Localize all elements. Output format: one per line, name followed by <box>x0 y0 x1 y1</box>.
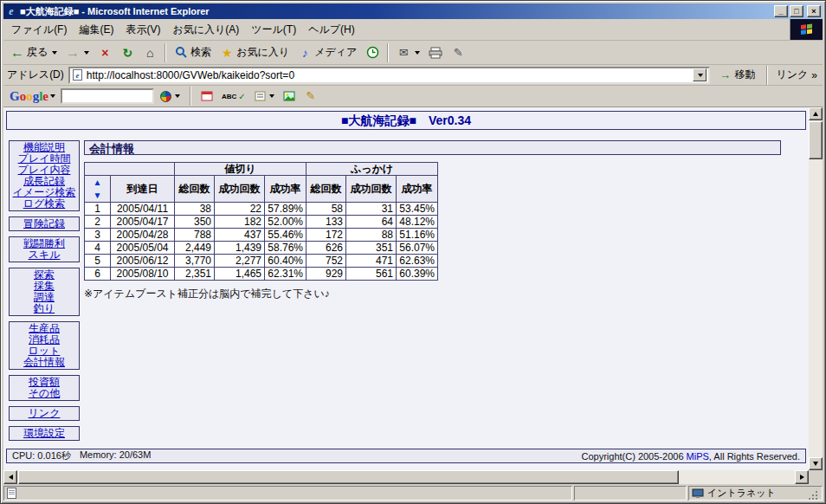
vertical-scroll-track[interactable] <box>809 120 823 457</box>
horizontal-scroll-track[interactable] <box>17 470 795 484</box>
sidebar-link[interactable]: スキル <box>10 249 79 261</box>
address-input[interactable]: e http://localhost:8000/GVWeb/kaikeido?s… <box>68 67 711 84</box>
edit-icon: ✎ <box>451 46 465 60</box>
cell-overcharge-rate: 48.12% <box>397 216 438 229</box>
cell-overcharge-rate: 60.39% <box>397 268 438 281</box>
table-row: 1 2005/04/11 38 22 57.89% 58 31 53.45% <box>85 203 438 216</box>
google-ball-icon <box>160 91 171 102</box>
forward-button[interactable]: → <box>61 43 94 62</box>
address-dropdown-icon <box>698 74 703 77</box>
sort-header-cell: ▲ ▼ <box>85 176 111 203</box>
history-button[interactable] <box>361 43 384 62</box>
mail-button[interactable]: ✉ <box>392 43 424 62</box>
toolbar-separator <box>766 66 768 85</box>
back-button[interactable]: ← 戻る <box>6 42 61 62</box>
sidebar-link[interactable]: ログ検索 <box>10 198 79 210</box>
sort-desc-link[interactable]: ▼ <box>94 191 102 200</box>
popup-blocker-button[interactable] <box>198 89 216 103</box>
scroll-left-button[interactable] <box>3 470 17 484</box>
close-button[interactable]: × <box>807 5 821 17</box>
menu-view[interactable]: 表示(V) <box>119 20 166 40</box>
autofill-dropdown-icon <box>269 94 274 98</box>
google-logo[interactable]: G o o g l e <box>8 89 57 104</box>
highlighter-button[interactable]: ✎ <box>301 87 320 105</box>
group-header-haggle: 値切り <box>175 163 307 176</box>
total-header-cell: 総回数 <box>307 176 346 203</box>
search-button[interactable]: 検索 <box>170 42 216 62</box>
sort-asc-link[interactable]: ▲ <box>94 178 102 187</box>
sidebar-link[interactable]: リンク <box>10 408 79 419</box>
page-favicon-icon: e <box>72 69 83 81</box>
cell-row-no: 6 <box>85 268 111 281</box>
links-toolbar[interactable]: リンク » <box>776 68 819 82</box>
windows-flag-glyph <box>800 23 814 36</box>
horizontal-scrollbar[interactable] <box>3 470 809 484</box>
minimize-button[interactable]: _ <box>774 5 788 17</box>
scroll-right-button[interactable] <box>795 470 809 484</box>
stop-button[interactable]: × <box>94 43 116 62</box>
cell-row-no: 2 <box>85 216 111 229</box>
date-header-cell: 到達日 <box>111 176 175 203</box>
table-row: 2 2005/04/17 350 182 52.00% 133 64 48.12… <box>85 216 438 229</box>
status-zone-section: イントラネット <box>688 486 823 501</box>
autofill-button[interactable] <box>252 89 277 103</box>
google-logo-dropdown-icon <box>50 94 55 98</box>
menu-tools[interactable]: ツール(T) <box>245 20 302 40</box>
sidebar-link[interactable]: 環境設定 <box>10 428 79 439</box>
copyright-prefix: Copyright(C) 2005-2006 <box>581 451 686 462</box>
scroll-up-icon <box>813 112 818 116</box>
scroll-up-button[interactable] <box>809 107 823 120</box>
sidebar-link[interactable]: 冒険記録 <box>10 218 79 229</box>
google-search-input[interactable] <box>61 88 154 104</box>
browser-window: e ■大航海記録■ - Microsoft Internet Explorer … <box>0 0 826 504</box>
favorites-button[interactable]: ★ お気に入り <box>216 42 294 62</box>
copyright-link[interactable]: MiPS <box>687 451 709 462</box>
google-search-button[interactable] <box>158 89 183 104</box>
sidebar-link[interactable]: 会計情報 <box>10 357 79 368</box>
success-header-cell: 成功回数 <box>346 176 397 203</box>
copyright: Copyright(C) 2005-2006 MiPS, All Rights … <box>581 451 800 462</box>
resize-grip[interactable] <box>808 487 819 500</box>
scroll-down-button[interactable] <box>809 457 823 470</box>
menu-file[interactable]: ファイル(F) <box>5 20 73 40</box>
vertical-scroll-thumb[interactable] <box>809 121 823 159</box>
spellcheck-button[interactable]: ABC ✓ <box>219 90 248 103</box>
google-search-dropdown-icon <box>175 94 180 98</box>
home-button[interactable]: ⌂ <box>139 43 161 62</box>
menu-help[interactable]: ヘルプ(H) <box>302 20 361 40</box>
cell-overcharge-success: 561 <box>346 268 397 281</box>
toolbar-separator <box>387 43 389 62</box>
google-logo-letter: g <box>33 89 40 104</box>
spellcheck-check-icon: ✓ <box>238 92 245 101</box>
page-info-button[interactable] <box>281 89 298 103</box>
cell-haggle-rate: 62.31% <box>265 268 307 281</box>
links-chevron-icon: » <box>811 69 817 81</box>
cell-overcharge-total: 626 <box>307 242 346 255</box>
back-dropdown-icon <box>52 51 57 55</box>
cell-overcharge-success: 64 <box>346 216 397 229</box>
go-button[interactable]: → 移動 <box>714 67 758 83</box>
toolbar-separator <box>190 87 191 106</box>
page-title: ■大航海記録■ Ver0.34 <box>6 111 806 130</box>
sidebar-link[interactable]: その他 <box>10 388 79 399</box>
status-page-icon <box>7 488 16 499</box>
menu-edit[interactable]: 編集(E) <box>73 20 119 40</box>
refresh-button[interactable]: ↻ <box>116 43 139 62</box>
maximize-button[interactable]: □ <box>790 5 803 17</box>
horizontal-scroll-thumb[interactable] <box>18 470 679 484</box>
ie-logo-icon: e <box>5 6 17 17</box>
sidebar-link[interactable]: 釣り <box>10 303 79 314</box>
vertical-scrollbar[interactable] <box>809 107 823 470</box>
print-button[interactable] <box>424 43 447 62</box>
address-dropdown-button[interactable] <box>693 68 707 81</box>
edit-button[interactable]: ✎ <box>447 43 469 62</box>
cell-haggle-success: 437 <box>215 229 265 242</box>
window-title: ■大航海記録■ - Microsoft Internet Explorer <box>20 5 774 18</box>
cell-overcharge-total: 172 <box>307 229 346 242</box>
cell-haggle-rate: 57.89% <box>265 203 307 216</box>
cell-overcharge-total: 752 <box>307 255 346 268</box>
media-button[interactable]: ♪ メディア <box>294 42 361 62</box>
google-logo-letter: e <box>42 89 48 104</box>
scrollbar-corner <box>809 470 823 484</box>
menu-favorites[interactable]: お気に入り(A) <box>166 20 245 40</box>
